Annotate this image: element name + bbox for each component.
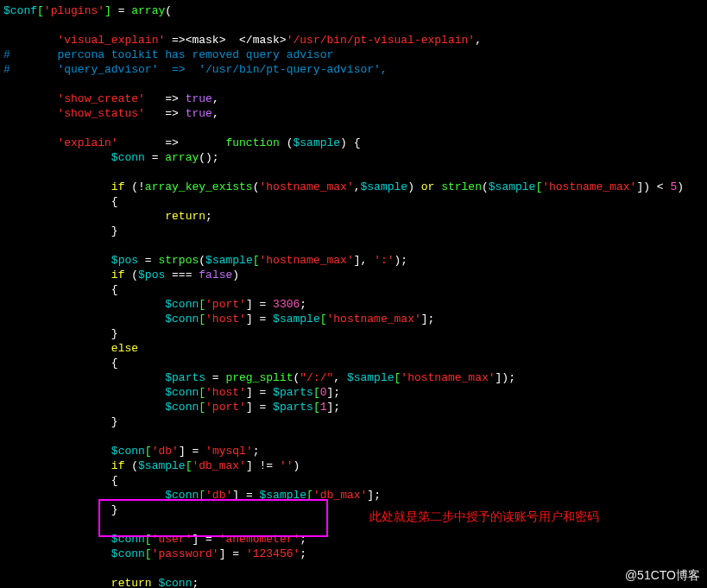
- watermark: @51CTO博客: [625, 568, 700, 583]
- code-block: $conf['plugins'] = array( 'visual_explai…: [0, 0, 707, 588]
- annotation-text: 此处就是第二步中授予的读账号用户和密码: [369, 509, 599, 524]
